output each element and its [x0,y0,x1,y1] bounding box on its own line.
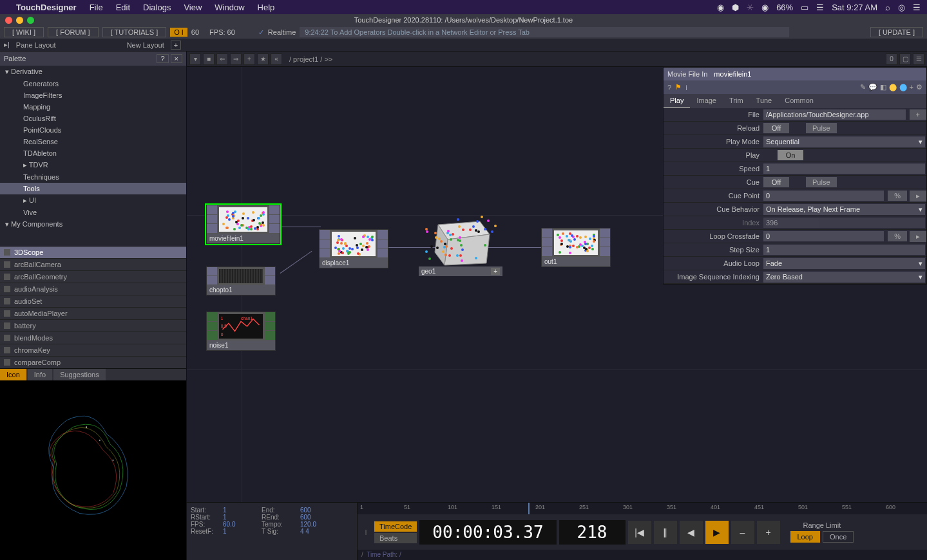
param-gear-icon[interactable]: ⚙ [916,83,922,91]
play-button[interactable]: ▶ [705,521,729,544]
param-python-icon[interactable]: ⬤ [889,83,897,91]
component-item[interactable]: audioSet [0,295,186,308]
tree-item[interactable]: Generators [0,78,186,89]
menu-view[interactable]: View [184,3,202,12]
dropdown[interactable]: Sequential▾ [763,136,925,147]
app-name[interactable]: TouchDesigner [16,3,77,12]
menu-file[interactable]: File [90,3,103,12]
component-list[interactable]: 3DScopearcBallCameraarcBallGeometryaudio… [0,246,186,368]
nav-left-icon[interactable]: ⇐ [216,53,228,65]
nav-stop-icon[interactable]: ■ [203,53,215,65]
tree-item[interactable]: ImageFilters [0,89,186,101]
dropdown[interactable]: On Release, Play Next Frame▾ [763,204,925,215]
preview-tab-icon[interactable]: Icon [0,369,26,380]
toggle[interactable]: Off [763,177,789,187]
tree-item[interactable]: PointClouds [0,124,186,136]
prev-frame-button[interactable]: |◀ [628,521,651,544]
tree-item[interactable]: Vive [0,207,186,218]
nav-right-icon[interactable]: ⇒ [230,53,242,65]
loop-button[interactable]: Loop [790,531,820,543]
minimize-icon[interactable] [16,17,23,24]
node-moviefilein1[interactable]: moviefilein1 [206,205,280,244]
component-item[interactable]: autoMediaPlayer [0,308,186,320]
param-opname[interactable]: moviefilein1 [714,70,751,78]
menu-help[interactable]: Help [258,3,275,12]
timeline-frame[interactable]: 218 [559,520,626,545]
pause-button[interactable]: ‖ [654,521,677,544]
tree-item[interactable]: ▾ My Components [0,218,186,230]
once-button[interactable]: Once [823,531,854,543]
menu-edit[interactable]: Edit [116,3,130,12]
zoom-icon[interactable] [27,17,34,24]
update-button[interactable]: [ UPDATE ] [870,27,923,37]
component-item[interactable]: compareComp [0,357,186,368]
param-comment-icon[interactable]: 💬 [868,83,877,91]
net-opt3-icon[interactable]: ☰ [913,53,924,65]
add-layout-button[interactable]: + [171,41,181,50]
step-fwd-button[interactable]: + [757,521,780,544]
traffic-lights[interactable] [5,17,34,24]
component-item[interactable]: arcBallGeometry [0,271,186,283]
timeline-ruler[interactable]: 151101151201251301351401451501551600 [358,503,927,514]
component-item[interactable]: arcBallCamera [0,259,186,271]
tree-item[interactable]: Techniques [0,171,186,183]
toggle[interactable]: Off [763,123,789,133]
oi-toggle[interactable]: O I [170,28,187,37]
realtime-check[interactable]: ✓ [258,28,264,37]
timeline-time[interactable]: 00:00:03.37 [419,520,556,545]
beats-button[interactable]: Beats [374,533,417,543]
notification-icon[interactable]: ☰ [913,3,921,12]
param-help-icon[interactable]: ? [667,84,671,91]
tree-item[interactable]: OculusRift [0,113,186,124]
param-tab-common[interactable]: Common [778,94,820,108]
param-lang-icon[interactable]: ⚑ [675,83,682,91]
param-edit-icon[interactable]: ✎ [860,83,866,91]
wifi-icon[interactable]: ◉ [761,3,769,12]
preview-tab-info[interactable]: Info [28,369,52,380]
new-layout-button[interactable]: New Layout [127,41,164,49]
component-item[interactable]: battery [0,320,186,332]
component-item[interactable]: 3DScope [0,247,186,259]
menu-window[interactable]: Window [215,3,244,12]
node-noise1[interactable]: 1chan10.50 noise1 [206,312,276,351]
nav-star-icon[interactable]: ★ [257,53,269,65]
network-editor[interactable]: moviefilein1 chopto1 1chan10.50 [187,67,927,502]
control-center-icon[interactable]: ☰ [816,3,824,12]
wiki-link[interactable]: [ WIKI ] [4,27,44,37]
node-displace1[interactable]: displace1 [319,229,388,268]
dropdown[interactable]: Fade▾ [763,258,925,269]
forum-link[interactable]: [ FORUM ] [48,27,99,37]
net-opt2-icon[interactable]: ▢ [899,53,911,65]
pulse-button[interactable]: Pulse [806,123,837,133]
pane-layout-label[interactable]: Pane Layout [16,41,56,49]
param-color-icon[interactable]: ◧ [880,83,886,91]
component-item[interactable]: chromaKey [0,344,186,357]
tree-item[interactable]: Tools [0,183,186,194]
tree-item[interactable]: TDAbleton [0,147,186,159]
menu-dialogs[interactable]: Dialogs [143,3,171,12]
param-tab-trim[interactable]: Trim [723,94,750,108]
param-input[interactable]: 1 [763,163,925,174]
component-item[interactable]: blendModes [0,332,186,344]
nav-back-icon[interactable]: ▾ [189,53,201,65]
pane-expand-icon[interactable]: ▸| [4,41,10,49]
node-chopto1[interactable]: chopto1 [206,266,276,295]
param-tab-play[interactable]: Play [664,94,690,108]
toggle[interactable]: On [778,150,803,160]
param-input[interactable]: 0 [763,231,884,241]
pulse-button[interactable]: Pulse [806,177,837,187]
param-add-icon[interactable]: + [910,83,913,91]
tutorials-link[interactable]: [ TUTORIALS ] [102,27,167,37]
nav-collapse-icon[interactable]: « [271,53,282,65]
param-tab-tune[interactable]: Tune [750,94,779,108]
file-add-icon[interactable]: + [910,109,926,120]
bluetooth-icon[interactable]: ⚹ [747,2,754,12]
tree-item[interactable]: RealSense [0,136,186,147]
component-item[interactable]: audioAnalysis [0,283,186,295]
param-input[interactable]: 0 [763,191,884,201]
param-input[interactable]: 396 [763,218,925,228]
preview-tab-suggestions[interactable]: Suggestions [53,369,106,380]
stop-icon[interactable]: ⬢ [732,3,739,12]
palette-close-icon[interactable]: × [171,54,182,63]
palette-help-icon[interactable]: ? [157,54,168,63]
